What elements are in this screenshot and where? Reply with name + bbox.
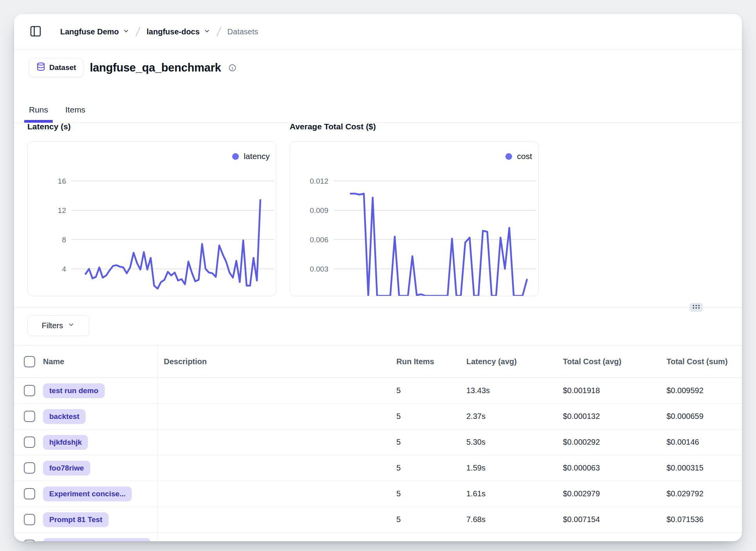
column-header-total-cost-avg: Total Cost (avg) bbox=[557, 357, 660, 366]
sidebar-toggle-button[interactable] bbox=[29, 25, 42, 38]
table-row[interactable]: foo78riwe51.59s$0.000063$0.000315 bbox=[14, 455, 742, 481]
row-checkbox[interactable] bbox=[24, 488, 35, 499]
cell-total-cost-sum: $0.00146 bbox=[660, 438, 742, 447]
legend-dot-icon bbox=[232, 153, 239, 160]
breadcrumb-separator-icon bbox=[216, 26, 222, 37]
run-name-cell: hjkfdshjk bbox=[39, 429, 158, 455]
header-checkbox-cell bbox=[14, 356, 39, 367]
run-name-badge[interactable]: backtest bbox=[43, 409, 86, 424]
row-checkbox[interactable] bbox=[24, 411, 35, 422]
column-header-description: Description bbox=[158, 357, 390, 366]
cell-total-cost-sum: $0.009592 bbox=[660, 386, 742, 395]
dataset-type-label: Dataset bbox=[49, 63, 76, 72]
breadcrumb-project-label: Langfuse Demo bbox=[60, 27, 119, 36]
y-tick-label: 0.012 bbox=[310, 177, 328, 185]
grip-dots-icon bbox=[692, 304, 700, 311]
run-name-cell bbox=[39, 533, 158, 541]
run-name-badge[interactable] bbox=[43, 538, 150, 542]
breadcrumb: Langfuse Demo langfuse-docs Datasets bbox=[60, 26, 258, 37]
column-header-name: Name bbox=[39, 345, 158, 377]
tab-bar: Runs Items bbox=[14, 97, 742, 123]
row-checkbox-cell bbox=[14, 488, 39, 499]
cost-chart-block: Average Total Cost ($) 0.0120.0090.0060.… bbox=[290, 122, 539, 296]
tab-runs[interactable]: Runs bbox=[24, 97, 53, 122]
filters-button[interactable]: Filters bbox=[27, 315, 89, 336]
table-row[interactable]: test run demo513.43s$0.001918$0.009592 bbox=[14, 378, 742, 404]
chevron-down-icon bbox=[68, 321, 75, 330]
cell-run-items: 5 bbox=[390, 489, 460, 498]
cost-line bbox=[351, 194, 527, 296]
cell-total-cost-sum: $0.071536 bbox=[660, 515, 742, 524]
run-name-badge[interactable]: foo78riwe bbox=[43, 461, 90, 476]
latency-line bbox=[86, 200, 260, 289]
column-header-label: Name bbox=[43, 357, 64, 366]
run-name-cell: Experiment concise... bbox=[39, 481, 158, 506]
chevron-down-icon bbox=[123, 27, 129, 36]
select-all-checkbox[interactable] bbox=[24, 356, 35, 367]
run-name-cell: test run demo bbox=[39, 378, 158, 403]
latency-legend-label: latency bbox=[244, 152, 270, 161]
table-row-partial[interactable] bbox=[14, 533, 742, 541]
breadcrumb-env-label: langfuse-docs bbox=[147, 27, 200, 36]
run-name-badge[interactable]: Prompt 81 Test bbox=[43, 512, 109, 527]
run-name-cell: backtest bbox=[39, 404, 158, 429]
info-icon[interactable] bbox=[228, 64, 236, 72]
row-checkbox[interactable] bbox=[24, 514, 35, 525]
column-header-latency-avg: Latency (avg) bbox=[460, 357, 557, 366]
run-name-cell: Prompt 81 Test bbox=[39, 507, 158, 532]
cost-legend-label: cost bbox=[517, 152, 532, 161]
cell-latency-avg: 7.68s bbox=[460, 515, 557, 524]
cost-chart: 0.0120.0090.0060.003 cost bbox=[290, 141, 539, 296]
cell-total-cost-avg: $0.000292 bbox=[557, 438, 660, 447]
row-checkbox[interactable] bbox=[24, 385, 35, 396]
cell-total-cost-sum: $0.000315 bbox=[660, 463, 742, 472]
table-row[interactable]: Experiment concise...51.61s$0.002979$0.0… bbox=[14, 481, 742, 507]
cell-latency-avg: 5.30s bbox=[460, 438, 557, 447]
row-checkbox[interactable] bbox=[24, 540, 35, 541]
cell-latency-avg: 2.37s bbox=[460, 412, 557, 421]
cell-latency-avg: 1.61s bbox=[460, 489, 557, 498]
row-checkbox-cell bbox=[14, 540, 39, 541]
breadcrumb-datasets-link[interactable]: Datasets bbox=[228, 27, 258, 36]
panel-left-icon bbox=[29, 25, 42, 39]
cell-run-items: 5 bbox=[390, 438, 460, 447]
run-name-badge[interactable]: Experiment concise... bbox=[43, 487, 132, 501]
cell-total-cost-avg: $0.000063 bbox=[557, 463, 660, 472]
y-tick-label: 0.006 bbox=[310, 236, 328, 244]
latency-chart-title: Latency (s) bbox=[27, 122, 276, 133]
database-icon bbox=[36, 62, 45, 73]
column-header-total-cost-sum: Total Cost (sum) bbox=[660, 357, 742, 366]
tab-items[interactable]: Items bbox=[61, 97, 90, 122]
run-name-badge[interactable]: hjkfdshjk bbox=[43, 435, 88, 450]
run-name-badge[interactable]: test run demo bbox=[43, 383, 105, 398]
cell-latency-avg: 1.59s bbox=[460, 463, 557, 472]
column-header-label: Total Cost (avg) bbox=[563, 357, 622, 366]
table-row[interactable]: Prompt 81 Test57.68s$0.007154$0.071536 bbox=[14, 507, 742, 533]
table-row[interactable]: backtest52.37s$0.000132$0.000659 bbox=[14, 404, 742, 429]
table-row[interactable]: hjkfdshjk55.30s$0.000292$0.00146 bbox=[14, 429, 742, 455]
row-checkbox-cell bbox=[14, 514, 39, 525]
row-checkbox[interactable] bbox=[24, 462, 35, 474]
y-tick-label: 16 bbox=[58, 177, 66, 185]
y-tick-label: 4 bbox=[62, 265, 66, 273]
cell-total-cost-avg: $0.002979 bbox=[557, 489, 660, 498]
latency-chart-block: Latency (s) 161284 latency bbox=[27, 122, 276, 296]
table-header-row: NameDescriptionRun ItemsLatency (avg)Tot… bbox=[14, 345, 742, 378]
y-tick-label: 12 bbox=[58, 206, 66, 215]
cell-run-items: 5 bbox=[390, 412, 460, 421]
run-name-cell: foo78riwe bbox=[39, 455, 158, 481]
column-header-label: Description bbox=[164, 357, 207, 366]
breadcrumb-env-dropdown[interactable]: langfuse-docs bbox=[147, 27, 210, 36]
app-window: Langfuse Demo langfuse-docs Datasets Dat… bbox=[14, 14, 742, 541]
filters-button-label: Filters bbox=[42, 321, 63, 330]
row-checkbox-cell bbox=[14, 385, 39, 396]
breadcrumb-project-dropdown[interactable]: Langfuse Demo bbox=[60, 27, 129, 36]
dataset-title-row: Dataset langfuse_qa_benchmark bbox=[29, 58, 236, 77]
resize-handle[interactable] bbox=[690, 303, 703, 312]
y-tick-label: 8 bbox=[62, 236, 66, 244]
row-checkbox[interactable] bbox=[24, 437, 35, 448]
chevron-down-icon bbox=[204, 27, 210, 36]
cell-run-items: 5 bbox=[390, 515, 460, 524]
cell-run-items: 5 bbox=[390, 463, 460, 472]
cell-latency-avg: 13.43s bbox=[460, 386, 557, 395]
